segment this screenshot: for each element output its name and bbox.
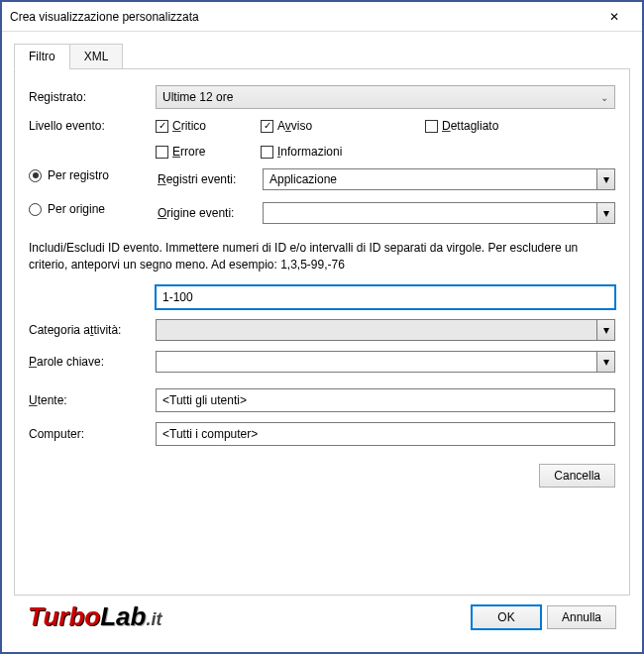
logo-lab: Lab <box>100 601 146 632</box>
row-origine-eventi: Origine eventi: ▾ <box>158 202 615 224</box>
select-registrato[interactable]: Ultime 12 ore ⌄ <box>156 85 615 109</box>
triangle-down-icon: ▾ <box>603 172 609 186</box>
checkbox-critico[interactable] <box>156 120 168 133</box>
label-utente: Utente: <box>29 393 148 407</box>
radio-per-origine-row: Per origine <box>29 202 148 216</box>
triangle-down-icon: ▾ <box>603 206 609 220</box>
row-utente: Utente: <box>29 388 615 412</box>
label-errore: Errore <box>172 145 205 159</box>
checkbox-errore-group: Errore <box>156 145 255 159</box>
close-icon: ✕ <box>609 10 619 24</box>
ok-button[interactable]: OK <box>472 605 541 629</box>
triangle-down-icon: ▾ <box>603 323 609 337</box>
input-id-evento[interactable] <box>156 285 615 309</box>
radio-per-origine[interactable] <box>29 203 42 216</box>
checkbox-informazioni[interactable] <box>261 146 273 159</box>
source-section: Per registro Per origine Registri eventi… <box>29 168 615 224</box>
dialog-footer: TurboLab.it OK Annulla <box>14 596 630 646</box>
checkbox-informazioni-group: Informazioni <box>261 145 379 159</box>
tab-strip: Filtro XML <box>14 44 630 69</box>
row-parole: Parole chiave: ▾ <box>29 351 615 373</box>
turbolab-logo: TurboLab.it <box>28 601 161 632</box>
label-dettagliato: Dettagliato <box>442 119 498 133</box>
checkbox-dettagliato[interactable] <box>425 120 438 133</box>
dialog-window: Crea visualizzazione personalizzata ✕ Fi… <box>2 2 642 652</box>
window-title: Crea visualizzazione personalizzata <box>10 10 594 24</box>
label-critico: Critico <box>172 119 206 133</box>
row-id-evento <box>156 285 615 309</box>
cancella-button[interactable]: Cancella <box>539 464 615 488</box>
combo-origine-button[interactable]: ▾ <box>596 203 614 223</box>
radio-per-registro-row: Per registro <box>29 168 148 182</box>
help-text: Includi/Escludi ID evento. Immettere num… <box>29 240 615 273</box>
titlebar: Crea visualizzazione personalizzata ✕ <box>2 2 642 32</box>
close-button[interactable]: ✕ <box>594 3 634 31</box>
combo-origine-eventi[interactable]: ▾ <box>263 202 615 224</box>
select-registrato-value: Ultime 12 ore <box>162 90 233 104</box>
filter-panel: Registrato: Ultime 12 ore ⌄ Livello even… <box>14 68 630 596</box>
source-fields: Registri eventi: Applicazione ▾ Origine … <box>158 168 615 224</box>
checkbox-errore[interactable] <box>156 146 168 159</box>
row-registri-eventi: Registri eventi: Applicazione ▾ <box>158 168 615 190</box>
input-utente[interactable] <box>156 388 615 412</box>
checkbox-avviso-group: Avviso <box>261 119 360 133</box>
triangle-down-icon: ▾ <box>603 355 609 369</box>
label-parole: Parole chiave: <box>29 355 148 369</box>
checkbox-dettagliato-group: Dettagliato <box>425 119 544 133</box>
label-per-origine: Per origine <box>48 202 105 216</box>
input-computer[interactable] <box>156 422 615 446</box>
annulla-button[interactable]: Annulla <box>547 605 616 629</box>
combo-registri-value: Applicazione <box>264 172 596 186</box>
row-livello: Livello evento: Critico Avviso <box>29 119 615 159</box>
tab-filtro[interactable]: Filtro <box>14 44 70 69</box>
tab-xml[interactable]: XML <box>69 44 124 69</box>
combo-registri-eventi[interactable]: Applicazione ▾ <box>263 168 615 190</box>
label-categoria: Categoria attività: <box>29 323 148 337</box>
dialog-content: Filtro XML Registrato: Ultime 12 ore ⌄ L… <box>2 32 642 652</box>
combo-categoria-button: ▾ <box>596 320 614 340</box>
radio-column: Per registro Per origine <box>29 168 148 224</box>
checkbox-avviso[interactable] <box>261 120 273 133</box>
radio-per-registro[interactable] <box>29 169 42 182</box>
label-computer: Computer: <box>29 427 148 441</box>
footer-buttons: OK Annulla <box>472 605 616 629</box>
chevron-down-icon: ⌄ <box>600 92 608 103</box>
label-registrato: Registrato: <box>29 90 148 104</box>
label-registri-eventi: Registri eventi: <box>158 172 257 186</box>
label-avviso: Avviso <box>277 119 312 133</box>
label-origine-eventi: Origine eventi: <box>158 206 257 220</box>
row-cancella: Cancella <box>29 464 615 488</box>
label-livello: Livello evento: <box>29 119 148 133</box>
logo-turbo: Turbo <box>28 601 100 632</box>
combo-parole[interactable]: ▾ <box>156 351 615 373</box>
combo-registri-button[interactable]: ▾ <box>596 169 614 189</box>
label-per-registro: Per registro <box>48 168 109 182</box>
combo-parole-button[interactable]: ▾ <box>596 352 614 372</box>
row-categoria: Categoria attività: ▾ <box>29 319 615 341</box>
label-informazioni: Informazioni <box>277 145 342 159</box>
checkbox-critico-group: Critico <box>156 119 255 133</box>
row-registrato: Registrato: Ultime 12 ore ⌄ <box>29 85 615 109</box>
combo-categoria: ▾ <box>156 319 615 341</box>
logo-it: .it <box>146 609 161 630</box>
row-computer: Computer: <box>29 422 615 446</box>
